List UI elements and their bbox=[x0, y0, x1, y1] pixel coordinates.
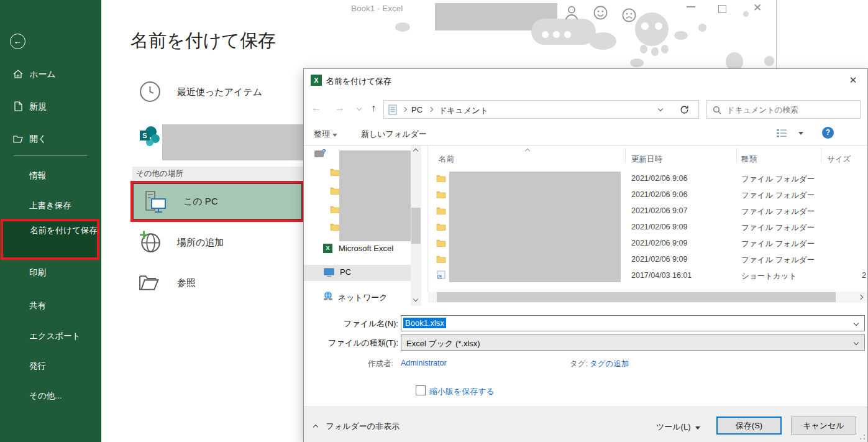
scrollbar-thumb[interactable] bbox=[437, 292, 836, 302]
search-placeholder: ドキュメントの検索 bbox=[727, 105, 798, 116]
screenshot-root: Book1 - Excel bbox=[0, 0, 868, 442]
doodle-bubble bbox=[542, 31, 549, 38]
scroll-up-icon[interactable] bbox=[413, 149, 418, 154]
filename-dropdown-chevron-icon[interactable] bbox=[854, 321, 859, 326]
dialog-footer: フォルダーの非表示 ツール(L) 保存(S) キャンセル bbox=[304, 407, 867, 442]
sidebar-item-save[interactable]: 上書き保存 bbox=[0, 196, 101, 215]
organize-menu[interactable]: 整理 bbox=[314, 129, 337, 140]
sidebar-item-publish[interactable]: 発行 bbox=[0, 357, 101, 375]
filetype-select[interactable]: Excel ブック (*.xlsx) bbox=[401, 334, 865, 351]
filename-value: Book1.xlsx bbox=[403, 318, 446, 328]
home-icon bbox=[12, 68, 24, 80]
collapse-chevron-icon bbox=[313, 425, 318, 430]
tools-dropdown-icon bbox=[695, 426, 700, 430]
account-user-icon[interactable] bbox=[562, 3, 581, 22]
folder-icon[interactable] bbox=[330, 168, 340, 176]
sidebar-item-save-as[interactable]: 名前を付けて保存 bbox=[1, 219, 99, 260]
this-pc-item[interactable]: この PC bbox=[133, 183, 302, 219]
censored-region bbox=[339, 150, 412, 241]
tree-scrollbar[interactable] bbox=[411, 145, 421, 306]
breadcrumb-folder[interactable]: ドキュメント bbox=[439, 105, 488, 116]
folder-icon bbox=[436, 239, 446, 247]
cancel-button[interactable]: キャンセル bbox=[791, 417, 856, 435]
sort-ascending-icon bbox=[525, 149, 530, 154]
filetype-dropdown-chevron-icon bbox=[854, 340, 859, 345]
folder-icon bbox=[436, 190, 446, 198]
nav-up-icon[interactable]: ↑ bbox=[371, 103, 376, 114]
author-link[interactable]: Administrator bbox=[401, 359, 447, 367]
breadcrumb-pc[interactable]: PC bbox=[411, 105, 423, 114]
address-bar[interactable]: PC ドキュメント bbox=[383, 100, 670, 119]
tags-label: タグ: bbox=[570, 359, 588, 369]
resize-grip[interactable] bbox=[859, 434, 866, 440]
feedback-frown-icon[interactable] bbox=[621, 7, 637, 24]
hide-folders-button[interactable]: フォルダーの非表示 bbox=[314, 421, 400, 432]
open-folder-icon bbox=[12, 133, 24, 144]
nav-item-pc[interactable]: PC bbox=[304, 265, 411, 281]
help-icon[interactable]: ? bbox=[822, 127, 834, 139]
other-places-header: その他の場所 bbox=[132, 167, 304, 180]
folder-icon bbox=[436, 206, 446, 214]
add-tag-link[interactable]: タグの追加 bbox=[590, 359, 629, 369]
browse-folder-icon bbox=[138, 272, 161, 293]
doodle-crab bbox=[630, 58, 644, 67]
sidebar-item-share[interactable]: 共有 bbox=[0, 297, 101, 315]
tools-menu[interactable]: ツール(L) bbox=[656, 421, 700, 433]
folder-icon[interactable] bbox=[330, 223, 340, 231]
new-folder-button[interactable]: 新しいフォルダー bbox=[361, 129, 427, 140]
save-thumbnail-label[interactable]: 縮小版を保存する bbox=[429, 386, 495, 397]
question-badge-icon: ? bbox=[322, 148, 326, 155]
censored-region bbox=[162, 124, 303, 160]
folder-icon bbox=[436, 255, 446, 263]
pc-monitor-icon bbox=[324, 268, 334, 277]
sidebar-item-print[interactable]: 印刷 bbox=[0, 264, 101, 282]
add-place-globe-icon bbox=[138, 230, 162, 254]
search-input[interactable]: ドキュメントの検索 bbox=[706, 100, 861, 119]
sidebar-item-home[interactable]: ホーム bbox=[0, 65, 101, 83]
censored-region bbox=[449, 172, 621, 282]
file-list-hscrollbar[interactable] bbox=[428, 292, 867, 303]
close-button-icon[interactable]: ✕ bbox=[753, 1, 762, 14]
pane-separator bbox=[427, 145, 428, 292]
scroll-down-icon[interactable] bbox=[413, 297, 418, 302]
column-header-modified[interactable]: 更新日時 bbox=[631, 154, 662, 165]
refresh-button[interactable] bbox=[670, 100, 699, 119]
column-header-type[interactable]: 種類 bbox=[741, 154, 757, 165]
view-mode-icon[interactable] bbox=[776, 129, 787, 138]
new-document-icon bbox=[12, 101, 24, 112]
excel-logo-icon: X bbox=[311, 75, 322, 86]
restore-button-icon[interactable] bbox=[718, 5, 726, 13]
window-title: Book1 - Excel bbox=[351, 4, 403, 13]
minimize-button-icon[interactable] bbox=[687, 6, 695, 7]
sidebar-item-more[interactable]: その他... bbox=[0, 387, 101, 405]
address-dropdown-chevron-icon[interactable] bbox=[658, 106, 663, 111]
sidebar-item-info[interactable]: 情報 bbox=[0, 167, 101, 185]
folder-icon[interactable] bbox=[330, 205, 340, 213]
network-icon bbox=[322, 291, 334, 301]
feedback-smile-icon[interactable] bbox=[592, 4, 609, 21]
organize-dropdown-icon bbox=[332, 134, 337, 137]
save-button[interactable]: 保存(S) bbox=[716, 417, 782, 435]
doodle-crab bbox=[674, 31, 688, 40]
scrollbar-thumb[interactable] bbox=[411, 208, 421, 244]
folder-icon[interactable] bbox=[330, 186, 340, 195]
column-separator bbox=[625, 148, 626, 163]
column-header-name[interactable]: 名前 bbox=[439, 154, 454, 165]
doodle-bubble bbox=[564, 31, 571, 38]
document-location-icon bbox=[388, 104, 398, 115]
filename-input[interactable]: Book1.xlsx bbox=[401, 315, 865, 331]
sidebar-item-new[interactable]: 新規 bbox=[0, 97, 101, 116]
excel-logo-icon: X bbox=[323, 244, 332, 253]
column-header-size[interactable]: サイズ bbox=[827, 154, 851, 165]
nav-history-chevron-icon[interactable] bbox=[357, 106, 362, 111]
sidebar-item-open[interactable]: 開く bbox=[0, 129, 101, 148]
back-arrow-icon[interactable]: ← bbox=[10, 34, 25, 49]
nav-back-icon[interactable]: ← bbox=[311, 103, 321, 114]
clock-icon bbox=[139, 80, 162, 103]
nav-forward-icon[interactable]: → bbox=[335, 103, 345, 114]
breadcrumb-separator-icon bbox=[402, 107, 407, 112]
save-thumbnail-checkbox[interactable] bbox=[416, 385, 426, 395]
sidebar-item-export[interactable]: エクスポート bbox=[0, 327, 101, 346]
view-mode-dropdown-icon[interactable] bbox=[798, 132, 803, 135]
dialog-close-icon[interactable]: ✕ bbox=[839, 69, 867, 91]
